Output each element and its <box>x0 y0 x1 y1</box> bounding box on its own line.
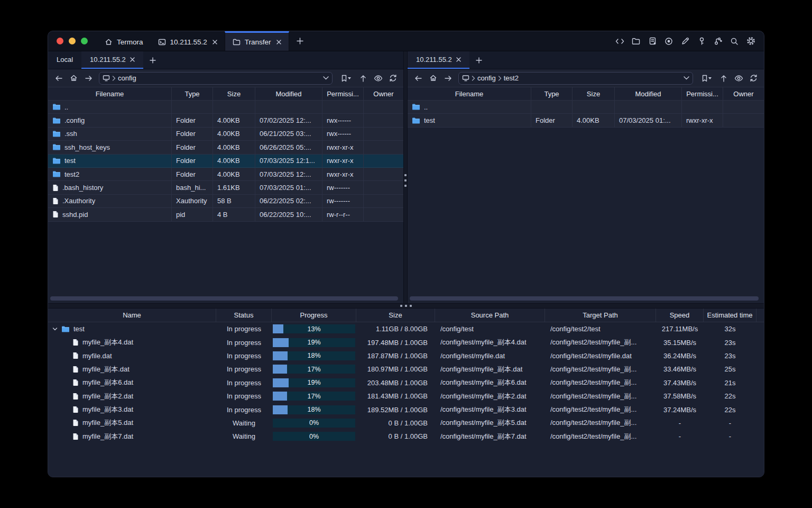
column-header-source-path[interactable]: Source Path <box>435 309 545 322</box>
refresh-button[interactable] <box>386 72 399 85</box>
show-hidden-files-button[interactable] <box>372 72 384 85</box>
column-header-permissi-[interactable]: Permissi... <box>322 87 364 100</box>
bookmark-dropdown-icon[interactable] <box>348 77 351 79</box>
new-session-tab-button[interactable] <box>143 51 162 69</box>
close-icon[interactable] <box>456 57 461 62</box>
settings-icon[interactable] <box>746 37 755 46</box>
record-icon[interactable] <box>664 37 673 46</box>
column-header-speed[interactable]: Speed <box>656 309 704 322</box>
bookmark-button[interactable] <box>697 72 715 85</box>
modified-cell: 06/26/2025 05:... <box>255 141 322 154</box>
key-icon[interactable] <box>697 37 706 46</box>
chevron-down-icon[interactable] <box>684 76 689 80</box>
transfer-row[interactable]: myfile_副本5.datWaiting0%0 B / 1.00GB/conf… <box>48 416 764 430</box>
search-icon[interactable] <box>730 37 739 46</box>
back-button[interactable] <box>412 72 425 85</box>
tab-host-10-211-55-2[interactable]: 10.211.55.2 <box>151 31 225 51</box>
column-header-filename[interactable]: Filename <box>48 87 172 100</box>
column-header-progress[interactable]: Progress <box>272 309 356 322</box>
file-row[interactable]: .configFolder4.00KB07/02/2025 12:...rwx-… <box>48 114 403 127</box>
transfer-row[interactable]: myfile_副本3.datIn progress18%189.52MB / 1… <box>48 403 764 416</box>
transfer-row[interactable]: myfile_副本2.datIn progress17%181.43MB / 1… <box>48 389 764 403</box>
home-button[interactable] <box>67 72 80 85</box>
column-header-target-path[interactable]: Target Path <box>545 309 656 322</box>
bookmark-dropdown-icon[interactable] <box>708 77 712 79</box>
file-row[interactable]: .sshFolder4.00KB06/21/2025 03:...rwx----… <box>48 128 403 141</box>
column-header-estimated-time[interactable]: Estimated time <box>704 309 756 322</box>
transfer-row[interactable]: myfile.datIn progress18%187.87MB / 1.00G… <box>48 349 764 362</box>
column-header-type[interactable]: Type <box>531 87 573 100</box>
right-path-field[interactable]: configtest2 <box>458 72 693 85</box>
close-icon[interactable] <box>276 40 281 44</box>
close-icon[interactable] <box>130 57 135 62</box>
tab-termora[interactable]: Termora <box>97 31 151 51</box>
panel-splitter[interactable] <box>403 51 408 303</box>
show-hidden-files-button[interactable] <box>732 72 745 85</box>
transfer-row[interactable]: myfile_副本.datIn progress17%180.97MB / 1.… <box>48 362 764 376</box>
left-path-field[interactable]: config <box>99 72 333 85</box>
upload-button[interactable] <box>717 72 730 85</box>
file-row[interactable]: testFolder4.00KB07/03/2025 01:...rwxr-xr… <box>408 114 764 127</box>
log-icon[interactable] <box>648 37 657 46</box>
tab-local[interactable]: Local <box>48 51 81 69</box>
transfer-row[interactable]: myfile_副本4.datIn progress19%197.48MB / 1… <box>48 335 764 349</box>
left-horizontal-scrollbar[interactable] <box>50 296 398 301</box>
permissions-cell: rw-r--r-- <box>322 208 364 221</box>
column-header-size[interactable]: Size <box>573 87 615 100</box>
file-row[interactable]: test2Folder4.00KB07/03/2025 12:...rwxr-x… <box>48 168 403 181</box>
forward-button[interactable] <box>441 72 454 85</box>
column-header-permissi-[interactable]: Permissi... <box>682 87 723 100</box>
path-segment[interactable]: config <box>118 74 136 82</box>
new-session-tab-button[interactable] <box>469 51 488 69</box>
tab-remote-host[interactable]: 10.211.55.2 <box>81 51 143 69</box>
transfer-row[interactable]: testIn progress13%1.11GB / 8.00GB/config… <box>48 322 764 335</box>
folder-icon[interactable] <box>631 37 641 46</box>
owner-cell <box>723 101 764 114</box>
new-tab-button[interactable] <box>289 31 311 51</box>
column-header-type[interactable]: Type <box>172 87 213 100</box>
path-segment[interactable]: test2 <box>504 74 519 82</box>
home-button[interactable] <box>427 72 439 85</box>
tab-transfer[interactable]: Transfer <box>225 31 289 51</box>
column-header-status[interactable]: Status <box>216 309 272 322</box>
edit-icon[interactable] <box>680 37 690 46</box>
column-header-size[interactable]: Size <box>356 309 435 322</box>
zoom-window-button[interactable] <box>81 38 88 44</box>
column-header-name[interactable]: Name <box>48 309 216 322</box>
column-header-modified[interactable]: Modified <box>255 87 322 100</box>
target-path-cell: /config/test2/test/myfile_副... <box>545 362 656 376</box>
file-row[interactable]: .bash_historybash_hi...1.61KB07/03/2025 … <box>48 181 403 194</box>
file-icon <box>52 211 59 218</box>
forward-button[interactable] <box>82 72 95 85</box>
right-horizontal-scrollbar[interactable] <box>410 296 759 301</box>
column-header-owner[interactable]: Owner <box>723 87 764 100</box>
column-header-size[interactable]: Size <box>213 87 255 100</box>
folder-icon <box>52 170 61 178</box>
tab-remote-host[interactable]: 10.211.55.2 <box>408 51 469 69</box>
close-window-button[interactable] <box>57 38 63 44</box>
path-segment[interactable]: config <box>477 74 496 82</box>
file-row[interactable]: .XauthorityXauthority58 B06/22/2025 02:.… <box>48 195 403 208</box>
chevron-down-icon[interactable] <box>323 76 329 80</box>
code-icon[interactable] <box>615 37 624 46</box>
file-row[interactable]: testFolder4.00KB07/03/2025 12:1...rwxr-x… <box>48 155 403 168</box>
back-button[interactable] <box>52 72 65 85</box>
minimize-window-button[interactable] <box>69 38 76 44</box>
file-row[interactable]: .. <box>48 101 403 114</box>
transfer-row[interactable]: myfile_副本7.datWaiting0%0 B / 1.00GB/conf… <box>48 430 764 443</box>
keychain-icon[interactable] <box>713 37 723 46</box>
refresh-button[interactable] <box>747 72 760 85</box>
transfer-name-cell: myfile.dat <box>48 349 216 362</box>
column-header-owner[interactable]: Owner <box>364 87 403 100</box>
expand-chevron-icon[interactable] <box>52 326 58 332</box>
file-row[interactable]: ssh_host_keysFolder4.00KB06/26/2025 05:.… <box>48 141 403 154</box>
column-header-filename[interactable]: Filename <box>408 87 531 100</box>
transfer-splitter[interactable] <box>48 303 764 309</box>
transfer-row[interactable]: myfile_副本6.datIn progress19%203.48MB / 1… <box>48 376 764 389</box>
column-header-modified[interactable]: Modified <box>615 87 682 100</box>
bookmark-button[interactable] <box>337 72 355 85</box>
upload-button[interactable] <box>357 72 370 85</box>
file-row[interactable]: .. <box>408 101 764 114</box>
close-icon[interactable] <box>213 40 217 44</box>
file-row[interactable]: sshd.pidpid4 B06/22/2025 10:...rw-r--r-- <box>48 208 403 221</box>
